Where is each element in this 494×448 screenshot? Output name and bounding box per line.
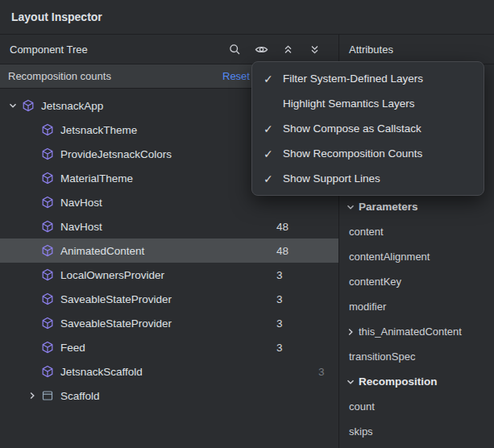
recomposition-count: 3 bbox=[318, 366, 325, 378]
attr-section-parameters[interactable]: Parameters bbox=[339, 194, 494, 219]
recomposition-count: 3 bbox=[276, 342, 283, 354]
scaffold-icon bbox=[40, 389, 55, 402]
expand-all-icon[interactable] bbox=[280, 41, 296, 57]
attr-item-label: contentAlignment bbox=[349, 251, 430, 263]
checkmark-icon: ✓ bbox=[264, 147, 283, 160]
tree-node-label: SaveableStateProvider bbox=[60, 293, 172, 305]
attr-item-label: transitionSpec bbox=[349, 351, 415, 363]
attr-item-skips[interactable]: skips bbox=[339, 419, 494, 444]
tree-node-label: NavHost bbox=[60, 197, 102, 209]
collapse-all-icon[interactable] bbox=[306, 41, 322, 57]
checkmark-icon: ✓ bbox=[264, 122, 283, 135]
search-icon[interactable] bbox=[226, 41, 243, 57]
tree-node-label: JetsnackTheme bbox=[60, 124, 137, 136]
menu-item-label: Show Compose as Callstack bbox=[283, 122, 421, 135]
attr-item-label: contentKey bbox=[349, 276, 401, 288]
chevron-down-icon bbox=[344, 377, 357, 387]
menu-item-label: Show Recomposition Counts bbox=[283, 147, 422, 160]
compose-icon bbox=[40, 292, 55, 305]
attr-item-contentkey[interactable]: contentKey bbox=[339, 269, 494, 294]
compose-icon bbox=[40, 196, 55, 209]
compose-icon bbox=[21, 99, 35, 112]
tree-row-navhost[interactable]: NavHost48 bbox=[0, 214, 338, 239]
tree-node-label: AnimatedContent bbox=[60, 245, 144, 257]
attr-section-label: Recomposition bbox=[359, 375, 438, 388]
recomposition-counts-label: Recomposition counts bbox=[8, 70, 111, 82]
tree-row-feed[interactable]: Feed3 bbox=[0, 335, 338, 359]
menu-item-label: Filter System-Defined Layers bbox=[283, 73, 423, 85]
recomposition-count: 3 bbox=[276, 269, 283, 281]
attr-item-label: content bbox=[349, 226, 384, 238]
component-tree-toolbar bbox=[226, 41, 329, 57]
chevron-right-icon bbox=[344, 327, 357, 337]
attr-item-label: count bbox=[349, 400, 375, 413]
chevron-down-icon[interactable] bbox=[5, 101, 21, 110]
view-options-popup: ✓Filter System-Defined LayersHighlight S… bbox=[251, 61, 484, 196]
component-tree-header: Component Tree bbox=[0, 35, 338, 64]
attributes-header: Attributes bbox=[339, 35, 494, 64]
compose-icon bbox=[40, 147, 55, 160]
attr-item-modifier[interactable]: modifier bbox=[339, 294, 494, 319]
checkmark-icon: ✓ bbox=[264, 172, 283, 185]
tree-node-label: JetsnackApp bbox=[41, 100, 103, 112]
tree-row-saveablestateprovider[interactable]: SaveableStateProvider3 bbox=[0, 287, 338, 311]
attr-item-transitionspec[interactable]: transitionSpec bbox=[339, 344, 494, 369]
compose-icon bbox=[40, 172, 55, 185]
attr-item-label: modifier bbox=[349, 301, 386, 313]
attributes-title: Attributes bbox=[349, 44, 393, 56]
compose-icon bbox=[40, 317, 55, 330]
recomposition-count: 3 bbox=[276, 293, 283, 305]
menu-item-show-support-lines[interactable]: ✓Show Support Lines bbox=[252, 166, 484, 191]
attr-section-label: Parameters bbox=[359, 201, 418, 213]
checkmark-icon: ✓ bbox=[264, 73, 283, 85]
tree-node-label: Feed bbox=[60, 342, 85, 354]
tree-node-label: LocalOwnersProvider bbox=[60, 269, 164, 281]
recomposition-count: 48 bbox=[276, 221, 289, 233]
tree-row-saveablestateprovider[interactable]: SaveableStateProvider3 bbox=[0, 311, 338, 335]
chevron-down-icon bbox=[344, 202, 357, 212]
tree-row-jetsnackscaffold[interactable]: JetsnackScaffold3 bbox=[0, 359, 338, 384]
menu-item-highlight-semantics-layers[interactable]: Highlight Semantics Layers bbox=[252, 91, 484, 116]
tree-node-label: JetsnackScaffold bbox=[60, 366, 143, 378]
attr-item-label: skips bbox=[349, 425, 373, 438]
menu-item-label: Highlight Semantics Layers bbox=[283, 97, 415, 110]
menu-item-show-compose-as-callstack[interactable]: ✓Show Compose as Callstack bbox=[252, 116, 484, 141]
tree-node-label: SaveableStateProvider bbox=[60, 317, 172, 330]
layout-inspector-window: Layout Inspector Component Tree bbox=[0, 0, 494, 448]
attr-item-contentalignment[interactable]: contentAlignment bbox=[339, 244, 494, 269]
menu-item-show-recomposition-counts[interactable]: ✓Show Recomposition Counts bbox=[252, 141, 484, 166]
eye-icon[interactable] bbox=[253, 41, 269, 57]
attributes-list: ParameterscontentcontentAlignmentcontent… bbox=[339, 194, 494, 444]
window-title: Layout Inspector bbox=[11, 10, 102, 23]
tree-node-label: NavHost bbox=[60, 221, 102, 233]
tree-node-label: ProvideJetsnackColors bbox=[60, 148, 172, 160]
reset-counts-link[interactable]: Reset bbox=[222, 70, 250, 82]
tree-row-scaffold[interactable]: Scaffold bbox=[0, 384, 338, 408]
recomposition-count: 3 bbox=[276, 317, 283, 330]
attr-item-count[interactable]: count bbox=[339, 394, 494, 419]
attr-item-this_animatedcontent[interactable]: this_AnimatedContent bbox=[339, 319, 494, 344]
compose-icon bbox=[40, 220, 55, 233]
recomposition-count: 48 bbox=[276, 245, 289, 257]
attr-section-recomposition[interactable]: Recomposition bbox=[339, 369, 494, 394]
chevron-right-icon[interactable] bbox=[24, 391, 40, 400]
window-titlebar: Layout Inspector bbox=[0, 0, 494, 35]
menu-item-filter-system-defined-layers[interactable]: ✓Filter System-Defined Layers bbox=[252, 66, 484, 91]
compose-icon bbox=[40, 341, 55, 354]
compose-icon bbox=[40, 365, 55, 378]
tree-node-label: Scaffold bbox=[60, 390, 100, 402]
compose-icon bbox=[40, 268, 55, 281]
tree-node-label: MaterialTheme bbox=[60, 172, 133, 185]
tree-row-animatedcontent[interactable]: AnimatedContent48 bbox=[0, 239, 338, 263]
attr-item-label: this_AnimatedContent bbox=[359, 326, 462, 338]
menu-item-label: Show Support Lines bbox=[283, 172, 380, 185]
attr-item-content[interactable]: content bbox=[339, 219, 494, 244]
component-tree-title: Component Tree bbox=[10, 44, 88, 56]
tree-row-localownersprovider[interactable]: LocalOwnersProvider3 bbox=[0, 263, 338, 287]
compose-icon bbox=[40, 123, 55, 136]
compose-icon bbox=[40, 244, 55, 257]
